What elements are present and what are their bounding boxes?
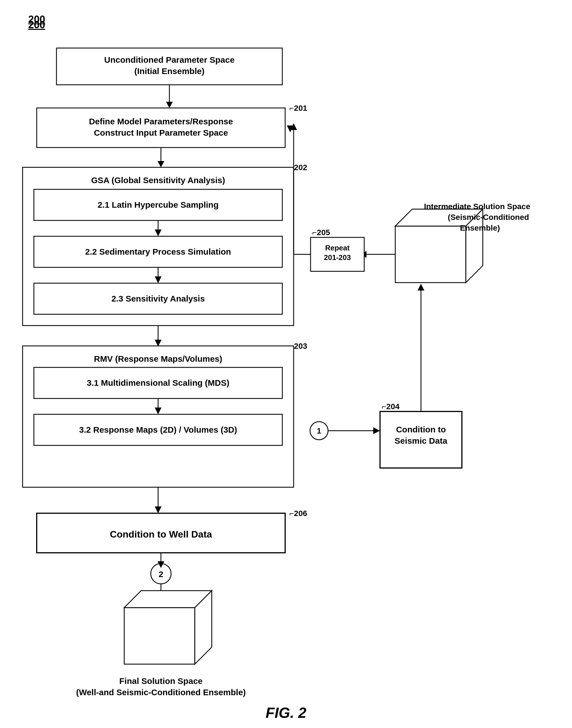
- svg-text:⌐206: ⌐206: [289, 509, 307, 518]
- svg-marker-38: [373, 427, 380, 434]
- svg-text:(Well-and Seismic-Conditioned : (Well-and Seismic-Conditioned Ensemble): [76, 687, 245, 697]
- svg-rect-6: [37, 108, 285, 147]
- svg-text:Repeat: Repeat: [325, 244, 350, 252]
- svg-text:Ensemble): Ensemble): [460, 224, 500, 232]
- svg-text:Construct Input Parameter Spac: Construct Input Parameter Space: [94, 128, 228, 137]
- svg-text:3.1 Multidimensional Scaling (: 3.1 Multidimensional Scaling (MDS): [87, 378, 229, 387]
- svg-text:Condition to Well Data: Condition to Well Data: [110, 529, 212, 540]
- svg-text:Unconditioned Parameter Space: Unconditioned Parameter Space: [104, 55, 235, 64]
- svg-text:(Seismic-Conditioned: (Seismic-Conditioned: [448, 213, 529, 222]
- svg-text:GSA (Global Sensitivity Analys: GSA (Global Sensitivity Analysis): [91, 176, 225, 185]
- svg-text:2.2 Sedimentary Process Simula: 2.2 Sedimentary Process Simulation: [85, 247, 231, 256]
- svg-text:Final Solution Space: Final Solution Space: [119, 676, 202, 686]
- svg-text:Condition to: Condition to: [396, 425, 446, 434]
- svg-text:RMV (Response Maps/Volumes): RMV (Response Maps/Volumes): [94, 354, 222, 363]
- svg-rect-45: [395, 226, 466, 283]
- svg-text:1: 1: [317, 426, 321, 435]
- svg-text:FIG. 2: FIG. 2: [266, 705, 307, 721]
- svg-text:2: 2: [159, 569, 163, 579]
- svg-text:3.2 Response Maps (2D) / Volum: 3.2 Response Maps (2D) / Volumes (3D): [79, 425, 237, 434]
- svg-text:(Initial Ensemble): (Initial Ensemble): [134, 66, 204, 76]
- svg-text:2.3 Sensitivity Analysis: 2.3 Sensitivity Analysis: [112, 294, 205, 303]
- svg-text:⌐201: ⌐201: [289, 104, 307, 113]
- svg-marker-62: [155, 506, 161, 513]
- diagram-svg: Unconditioned Parameter Space (Initial E…: [0, 0, 572, 728]
- svg-marker-4: [166, 102, 173, 108]
- svg-rect-72: [124, 608, 195, 664]
- svg-marker-44: [418, 284, 424, 291]
- svg-text:201-203: 201-203: [324, 253, 351, 262]
- svg-text:2.1 Latin Hypercube Sampling: 2.1 Latin Hypercube Sampling: [98, 200, 219, 209]
- svg-text:200: 200: [28, 19, 45, 31]
- svg-marker-25: [155, 340, 161, 347]
- svg-text:⌐204: ⌐204: [382, 402, 400, 411]
- svg-text:⌐205: ⌐205: [312, 228, 330, 237]
- svg-text:Intermediate Solution Space: Intermediate Solution Space: [424, 202, 530, 211]
- svg-marker-10: [157, 161, 164, 167]
- svg-text:Seismic Data: Seismic Data: [395, 436, 447, 445]
- svg-text:Define Model Parameters/Respon: Define Model Parameters/Response: [89, 117, 233, 126]
